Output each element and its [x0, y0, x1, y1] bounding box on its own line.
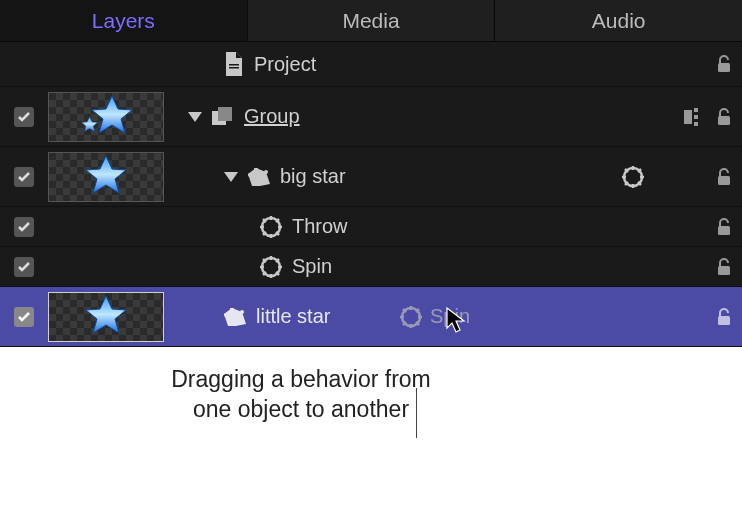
throw-label: Throw	[292, 215, 348, 238]
tab-label: Layers	[92, 9, 155, 33]
disclosure-triangle[interactable]	[224, 172, 238, 182]
tab-label: Audio	[592, 9, 646, 33]
project-label: Project	[254, 53, 316, 76]
group-thumbnail[interactable]	[48, 92, 164, 142]
row-spin[interactable]: Spin	[0, 247, 742, 287]
svg-rect-2	[718, 63, 730, 72]
visibility-checkbox[interactable]	[14, 307, 34, 327]
svg-point-33	[267, 223, 275, 231]
lock-icon[interactable]	[714, 167, 734, 187]
bigstar-label: big star	[280, 165, 346, 188]
row-project[interactable]: Project	[0, 42, 742, 87]
svg-rect-59	[718, 316, 730, 325]
annotation-line1: Dragging a behavior from	[0, 365, 602, 395]
row-throw[interactable]: Throw	[0, 207, 742, 247]
project-icon	[224, 52, 244, 76]
littlestar-label: little star	[256, 305, 330, 328]
behavior-gear-icon	[260, 216, 282, 238]
svg-point-58	[407, 313, 415, 321]
layers-panel: Layers Media Audio Project	[0, 0, 742, 347]
lock-icon[interactable]	[714, 107, 734, 127]
lock-icon[interactable]	[714, 307, 734, 327]
visibility-checkbox[interactable]	[14, 107, 34, 127]
tab-label: Media	[342, 9, 399, 33]
lock-icon[interactable]	[714, 257, 734, 277]
svg-rect-0	[229, 64, 239, 66]
tab-media[interactable]: Media	[248, 0, 496, 41]
tab-layers[interactable]: Layers	[0, 0, 248, 41]
annotation-text: Dragging a behavior from one object to a…	[0, 365, 742, 425]
svg-point-48	[240, 310, 244, 314]
lock-icon[interactable]	[714, 217, 734, 237]
row-group[interactable]: Group	[0, 87, 742, 147]
visibility-checkbox[interactable]	[14, 167, 34, 187]
svg-rect-9	[718, 116, 730, 125]
group-icon	[212, 107, 234, 127]
svg-rect-4	[218, 107, 232, 121]
group-label: Group	[244, 105, 300, 128]
tab-audio[interactable]: Audio	[495, 0, 742, 41]
svg-rect-5	[684, 110, 692, 124]
isolate-icon[interactable]	[684, 108, 704, 126]
behavior-gear-icon	[400, 306, 422, 328]
svg-rect-1	[229, 67, 239, 69]
shape-icon	[248, 168, 270, 186]
annotation-line2: one object to another	[0, 395, 602, 425]
svg-point-10	[248, 173, 252, 177]
row-little-star[interactable]: little star Spin	[0, 287, 742, 347]
svg-rect-6	[694, 108, 698, 112]
littlestar-thumbnail[interactable]	[48, 292, 164, 342]
behavior-gear-icon	[260, 256, 282, 278]
svg-point-22	[629, 173, 637, 181]
spin-label: Spin	[292, 255, 332, 278]
svg-rect-34	[718, 226, 730, 235]
svg-rect-7	[694, 115, 698, 119]
visibility-checkbox[interactable]	[14, 257, 34, 277]
visibility-checkbox[interactable]	[14, 217, 34, 237]
svg-point-12	[264, 170, 268, 174]
svg-point-46	[224, 313, 228, 317]
row-big-star[interactable]: big star	[0, 147, 742, 207]
bigstar-thumbnail[interactable]	[48, 152, 164, 202]
cursor-icon	[446, 307, 468, 340]
svg-rect-45	[718, 266, 730, 275]
lock-icon[interactable]	[714, 54, 734, 74]
disclosure-triangle[interactable]	[188, 112, 202, 122]
shape-icon	[224, 308, 246, 326]
svg-rect-23	[718, 176, 730, 185]
gear-icon[interactable]	[622, 166, 644, 188]
svg-rect-8	[694, 122, 698, 126]
svg-point-44	[267, 263, 275, 271]
tab-bar: Layers Media Audio	[0, 0, 742, 42]
